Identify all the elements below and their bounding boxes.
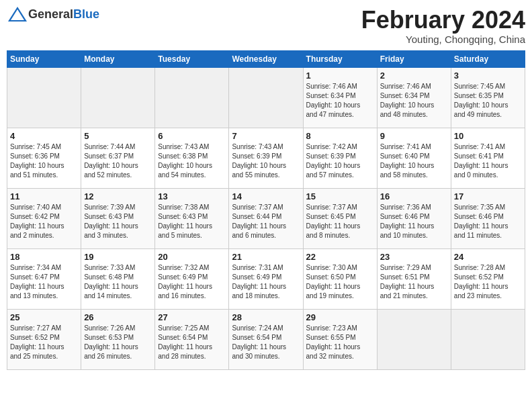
calendar-day-cell: 17Sunrise: 7:35 AM Sunset: 6:46 PM Dayli…	[451, 188, 525, 248]
day-info: Sunrise: 7:38 AM Sunset: 6:43 PM Dayligh…	[158, 203, 226, 240]
calendar-day-cell: 12Sunrise: 7:39 AM Sunset: 6:43 PM Dayli…	[81, 188, 155, 248]
day-info: Sunrise: 7:43 AM Sunset: 6:39 PM Dayligh…	[232, 142, 300, 180]
day-number: 28	[232, 312, 300, 322]
calendar-day-cell	[81, 67, 155, 128]
calendar-week-row: 25Sunrise: 7:27 AM Sunset: 6:52 PM Dayli…	[7, 309, 525, 369]
day-number: 20	[158, 252, 226, 262]
day-number: 5	[84, 131, 152, 141]
day-info: Sunrise: 7:41 AM Sunset: 6:40 PM Dayligh…	[380, 142, 448, 180]
calendar-body: 1Sunrise: 7:46 AM Sunset: 6:34 PM Daylig…	[7, 67, 525, 369]
calendar-day-cell: 18Sunrise: 7:34 AM Sunset: 6:47 PM Dayli…	[7, 248, 81, 309]
day-info: Sunrise: 7:26 AM Sunset: 6:53 PM Dayligh…	[84, 324, 152, 361]
calendar-day-cell: 24Sunrise: 7:28 AM Sunset: 6:52 PM Dayli…	[451, 248, 525, 309]
day-number: 9	[380, 131, 448, 141]
calendar-day-cell: 20Sunrise: 7:32 AM Sunset: 6:49 PM Dayli…	[155, 248, 229, 309]
calendar-day-cell: 26Sunrise: 7:26 AM Sunset: 6:53 PM Dayli…	[81, 309, 155, 369]
calendar-week-row: 18Sunrise: 7:34 AM Sunset: 6:47 PM Dayli…	[7, 248, 525, 309]
calendar-week-row: 1Sunrise: 7:46 AM Sunset: 6:34 PM Daylig…	[7, 67, 525, 128]
day-info: Sunrise: 7:27 AM Sunset: 6:52 PM Dayligh…	[10, 324, 78, 361]
day-number: 13	[158, 191, 226, 201]
day-number: 11	[10, 191, 78, 201]
calendar-day-cell: 29Sunrise: 7:23 AM Sunset: 6:55 PM Dayli…	[303, 309, 377, 369]
calendar-day-cell	[229, 67, 303, 128]
weekday-header-cell: Saturday	[451, 50, 525, 67]
weekday-header-row: SundayMondayTuesdayWednesdayThursdayFrid…	[7, 50, 525, 67]
day-info: Sunrise: 7:42 AM Sunset: 6:39 PM Dayligh…	[306, 142, 374, 180]
calendar-day-cell	[377, 309, 451, 369]
month-title: February 2024	[361, 7, 525, 34]
day-number: 15	[306, 191, 374, 201]
day-number: 19	[84, 252, 152, 262]
day-info: Sunrise: 7:44 AM Sunset: 6:37 PM Dayligh…	[84, 142, 152, 180]
day-info: Sunrise: 7:45 AM Sunset: 6:35 PM Dayligh…	[454, 82, 522, 120]
location-subtitle: Youting, Chongqing, China	[361, 34, 525, 45]
day-number: 6	[158, 131, 226, 141]
day-info: Sunrise: 7:39 AM Sunset: 6:43 PM Dayligh…	[84, 203, 152, 240]
day-info: Sunrise: 7:37 AM Sunset: 6:45 PM Dayligh…	[306, 203, 374, 240]
calendar-day-cell: 3Sunrise: 7:45 AM Sunset: 6:35 PM Daylig…	[451, 67, 525, 128]
logo-text-blue: Blue	[73, 7, 99, 21]
calendar-day-cell: 5Sunrise: 7:44 AM Sunset: 6:37 PM Daylig…	[81, 128, 155, 188]
day-info: Sunrise: 7:35 AM Sunset: 6:46 PM Dayligh…	[454, 203, 522, 240]
day-number: 12	[84, 191, 152, 201]
day-number: 16	[380, 191, 448, 201]
day-number: 29	[306, 312, 374, 322]
day-number: 1	[306, 71, 374, 81]
day-info: Sunrise: 7:33 AM Sunset: 6:48 PM Dayligh…	[84, 263, 152, 301]
day-number: 14	[232, 191, 300, 201]
day-info: Sunrise: 7:32 AM Sunset: 6:49 PM Dayligh…	[158, 263, 226, 301]
title-area: February 2024 Youting, Chongqing, China	[361, 7, 525, 45]
weekday-header-cell: Friday	[377, 50, 451, 67]
day-number: 21	[232, 252, 300, 262]
day-number: 24	[454, 252, 522, 262]
day-number: 3	[454, 71, 522, 81]
day-number: 27	[158, 312, 226, 322]
weekday-header-cell: Thursday	[303, 50, 377, 67]
calendar-day-cell	[155, 67, 229, 128]
calendar-table: SundayMondayTuesdayWednesdayThursdayFrid…	[7, 50, 525, 370]
day-number: 17	[454, 191, 522, 201]
day-number: 4	[10, 131, 78, 141]
calendar-day-cell	[7, 67, 81, 128]
day-info: Sunrise: 7:43 AM Sunset: 6:38 PM Dayligh…	[158, 142, 226, 180]
calendar-day-cell: 14Sunrise: 7:37 AM Sunset: 6:44 PM Dayli…	[229, 188, 303, 248]
calendar-day-cell: 21Sunrise: 7:31 AM Sunset: 6:49 PM Dayli…	[229, 248, 303, 309]
weekday-header-cell: Wednesday	[229, 50, 303, 67]
calendar-day-cell: 4Sunrise: 7:45 AM Sunset: 6:36 PM Daylig…	[7, 128, 81, 188]
day-number: 7	[232, 131, 300, 141]
weekday-header-cell: Sunday	[7, 50, 81, 67]
day-info: Sunrise: 7:40 AM Sunset: 6:42 PM Dayligh…	[10, 203, 78, 240]
calendar-day-cell: 1Sunrise: 7:46 AM Sunset: 6:34 PM Daylig…	[303, 67, 377, 128]
day-info: Sunrise: 7:24 AM Sunset: 6:54 PM Dayligh…	[232, 324, 300, 361]
calendar-day-cell: 28Sunrise: 7:24 AM Sunset: 6:54 PM Dayli…	[229, 309, 303, 369]
day-info: Sunrise: 7:23 AM Sunset: 6:55 PM Dayligh…	[306, 324, 374, 361]
day-info: Sunrise: 7:46 AM Sunset: 6:34 PM Dayligh…	[380, 82, 448, 120]
day-number: 10	[454, 131, 522, 141]
calendar-week-row: 11Sunrise: 7:40 AM Sunset: 6:42 PM Dayli…	[7, 188, 525, 248]
calendar-day-cell: 2Sunrise: 7:46 AM Sunset: 6:34 PM Daylig…	[377, 67, 451, 128]
calendar-day-cell: 23Sunrise: 7:29 AM Sunset: 6:51 PM Dayli…	[377, 248, 451, 309]
calendar-day-cell: 22Sunrise: 7:30 AM Sunset: 6:50 PM Dayli…	[303, 248, 377, 309]
calendar-day-cell: 25Sunrise: 7:27 AM Sunset: 6:52 PM Dayli…	[7, 309, 81, 369]
calendar-day-cell: 9Sunrise: 7:41 AM Sunset: 6:40 PM Daylig…	[377, 128, 451, 188]
logo: GeneralBlue	[7, 7, 99, 21]
calendar-week-row: 4Sunrise: 7:45 AM Sunset: 6:36 PM Daylig…	[7, 128, 525, 188]
calendar-day-cell: 19Sunrise: 7:33 AM Sunset: 6:48 PM Dayli…	[81, 248, 155, 309]
day-info: Sunrise: 7:46 AM Sunset: 6:34 PM Dayligh…	[306, 82, 374, 120]
calendar-day-cell: 15Sunrise: 7:37 AM Sunset: 6:45 PM Dayli…	[303, 188, 377, 248]
calendar-day-cell: 11Sunrise: 7:40 AM Sunset: 6:42 PM Dayli…	[7, 188, 81, 248]
day-info: Sunrise: 7:36 AM Sunset: 6:46 PM Dayligh…	[380, 203, 448, 240]
day-info: Sunrise: 7:28 AM Sunset: 6:52 PM Dayligh…	[454, 263, 522, 301]
day-number: 8	[306, 131, 374, 141]
day-number: 23	[380, 252, 448, 262]
day-number: 22	[306, 252, 374, 262]
day-info: Sunrise: 7:25 AM Sunset: 6:54 PM Dayligh…	[158, 324, 226, 361]
day-number: 2	[380, 71, 448, 81]
calendar-day-cell: 7Sunrise: 7:43 AM Sunset: 6:39 PM Daylig…	[229, 128, 303, 188]
day-number: 25	[10, 312, 78, 322]
calendar-day-cell: 6Sunrise: 7:43 AM Sunset: 6:38 PM Daylig…	[155, 128, 229, 188]
day-info: Sunrise: 7:29 AM Sunset: 6:51 PM Dayligh…	[380, 263, 448, 301]
calendar-day-cell: 8Sunrise: 7:42 AM Sunset: 6:39 PM Daylig…	[303, 128, 377, 188]
calendar-day-cell: 27Sunrise: 7:25 AM Sunset: 6:54 PM Dayli…	[155, 309, 229, 369]
calendar-day-cell: 13Sunrise: 7:38 AM Sunset: 6:43 PM Dayli…	[155, 188, 229, 248]
